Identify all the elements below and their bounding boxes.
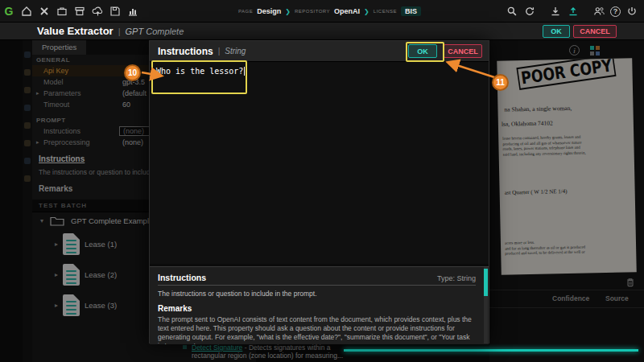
dialog-type: String	[225, 47, 246, 56]
help-title-row: Instructions Type: String	[158, 273, 476, 286]
power-icon[interactable]	[625, 4, 639, 19]
search-icon[interactable]	[505, 4, 519, 19]
scrollbar-thumb[interactable]	[484, 269, 488, 296]
breadcrumb-label-page: PAGE	[238, 9, 253, 14]
progress-bar	[344, 349, 638, 352]
breadcrumb-label-repository: REPOSITORY	[295, 9, 330, 14]
breadcrumb-label-license: LICENSE	[374, 9, 397, 14]
briefcase-icon[interactable]	[55, 4, 69, 19]
save-icon[interactable]	[108, 4, 122, 19]
dialog-title-separator: |	[218, 47, 221, 56]
breadcrumb-value-repository[interactable]: OpenAI	[334, 7, 360, 15]
chart-icon[interactable]	[126, 4, 140, 19]
help-description: The instructions or question to include …	[158, 290, 476, 298]
users-icon[interactable]	[592, 4, 606, 19]
title-separator: |	[118, 27, 121, 36]
highlight-box-ok-button	[406, 42, 444, 62]
help-remarks-title: Remarks	[158, 304, 476, 313]
upload-icon[interactable]	[566, 4, 580, 19]
title-bar: Value Extractor | GPT Complete OK CANCEL	[0, 23, 644, 40]
help-remarks-text: The prompt sent to OpenAI consists of te…	[158, 315, 476, 344]
archive-icon[interactable]	[72, 4, 87, 19]
dialog-title: Instructions	[158, 46, 213, 57]
callout-11: 11	[492, 74, 509, 91]
toolbar-right-icons: ?	[503, 0, 641, 23]
help-type-label: Type: String	[437, 274, 476, 282]
page-title: Value Extractor	[37, 25, 114, 37]
home-icon[interactable]	[19, 4, 34, 19]
cancel-button[interactable]: CANCEL	[573, 25, 617, 38]
download-icon[interactable]	[548, 4, 563, 19]
breadcrumb-value-license[interactable]: BIS	[401, 6, 421, 16]
chevron-separator-icon: ❯	[285, 8, 291, 15]
help-icon[interactable]: ?	[610, 6, 621, 17]
tools-icon[interactable]	[37, 4, 52, 19]
cloud-upload-icon[interactable]	[90, 4, 105, 19]
dialog-cancel-button[interactable]: CANCEL	[444, 44, 482, 58]
page-subtitle: GPT Complete	[126, 27, 184, 36]
grooper-logo: G	[0, 5, 18, 18]
refresh-icon[interactable]	[522, 4, 537, 19]
scrollbar[interactable]	[484, 267, 488, 343]
highlight-box-textarea	[151, 60, 247, 94]
app-root: G PAGE Design ❯ REPOSITORY OpenAI ❯ LICE…	[0, 0, 644, 362]
chevron-separator-icon: ❯	[364, 8, 369, 15]
help-title: Instructions	[158, 273, 206, 282]
top-toolbar: G PAGE Design ❯ REPOSITORY OpenAI ❯ LICE…	[0, 0, 644, 23]
callout-10: 10	[124, 64, 141, 81]
ok-button[interactable]: OK	[543, 25, 570, 38]
breadcrumb: PAGE Design ❯ REPOSITORY OpenAI ❯ LICENS…	[238, 0, 421, 23]
dialog-help-section: Instructions Type: String The instructio…	[150, 266, 489, 344]
breadcrumb-value-page[interactable]: Design	[257, 7, 281, 15]
